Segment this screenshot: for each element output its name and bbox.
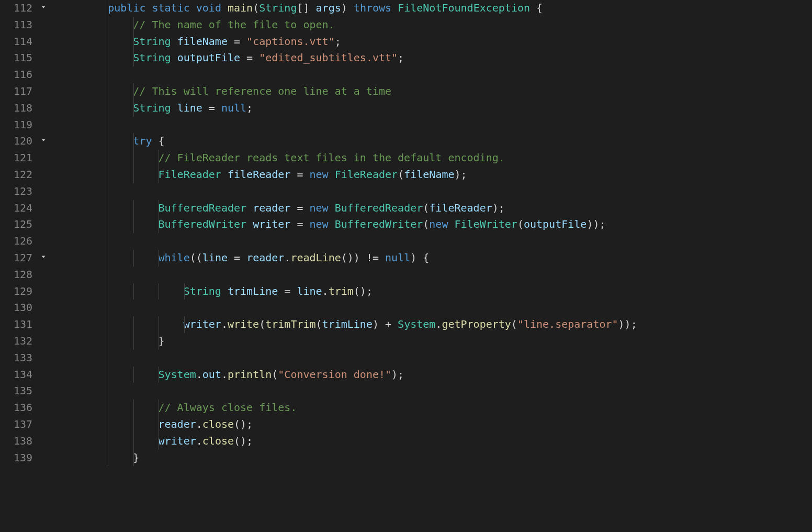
code-line-content: BufferedReader reader = new BufferedRead… — [83, 202, 505, 214]
code-line[interactable]: // FileReader reads text files in the de… — [58, 150, 812, 167]
code-line[interactable]: } — [58, 450, 812, 467]
token-kw: new — [310, 202, 329, 214]
token-pun: ( — [272, 368, 278, 381]
code-line[interactable]: writer.write(trimTrim(trimLine) + System… — [58, 316, 812, 333]
code-line[interactable]: public static void main(String[] args) t… — [58, 0, 812, 17]
code-line[interactable]: } — [58, 333, 812, 350]
token-pun: ( — [398, 168, 404, 181]
code-line-content: // This will reference one line at a tim… — [83, 85, 391, 97]
indent-guide — [133, 283, 134, 300]
indent-guide — [159, 200, 159, 217]
indent-guide — [133, 34, 134, 50]
indent-guide — [108, 66, 108, 83]
token-pun: ( — [316, 318, 322, 330]
line-number: 116 — [0, 66, 36, 83]
indent-guide — [159, 250, 159, 267]
code-content[interactable]: public static void main(String[] args) t… — [58, 0, 812, 532]
token-fn: main — [228, 2, 253, 14]
line-number: 139 — [0, 450, 36, 467]
code-line[interactable]: String line = null; — [58, 100, 812, 117]
line-number: 136 — [0, 400, 36, 416]
code-line-content: } — [83, 451, 139, 464]
token-pun: . — [284, 251, 290, 264]
code-line[interactable] — [58, 267, 812, 283]
indent-guide — [133, 216, 134, 233]
line-number: 133 — [0, 350, 36, 367]
gutter-row: 132 — [0, 333, 58, 350]
token-kw: throws — [354, 2, 391, 14]
line-number: 138 — [0, 433, 36, 450]
code-line[interactable] — [58, 66, 812, 83]
line-number-gutter: 1121131141151161171181191201211221231241… — [0, 0, 58, 532]
token-pun: )); — [618, 318, 637, 330]
code-line-content: String outputFile = "edited_subtitles.vt… — [83, 51, 404, 64]
code-line[interactable] — [58, 300, 812, 316]
token-pun: ( — [259, 318, 265, 330]
token-pun: (); — [234, 418, 253, 430]
token-type: BufferedWriter — [159, 218, 247, 230]
code-line[interactable]: BufferedReader reader = new BufferedRead… — [58, 200, 812, 217]
token-id: line — [177, 102, 202, 114]
token-fn: getProperty — [442, 318, 511, 330]
code-line[interactable]: String outputFile = "edited_subtitles.vt… — [58, 50, 812, 66]
code-line[interactable]: System.out.println("Conversion done!"); — [58, 367, 812, 383]
token-type: FileReader — [335, 168, 398, 181]
code-line[interactable]: reader.close(); — [58, 416, 812, 433]
indent-guide — [108, 350, 108, 367]
token-pun: ; — [398, 51, 404, 64]
code-line[interactable] — [58, 233, 812, 250]
code-line-content: FileReader fileReader = new FileReader(f… — [83, 168, 467, 181]
line-number: 119 — [0, 117, 36, 134]
token-type: System — [159, 368, 196, 381]
indent-guide — [108, 167, 108, 183]
gutter-row: 136 — [0, 400, 58, 416]
token-pun: ) + — [373, 318, 398, 330]
indent-guide — [108, 333, 108, 350]
line-number: 132 — [0, 333, 36, 350]
code-line[interactable] — [58, 383, 812, 400]
code-line-content: String trimLine = line.trim(); — [83, 285, 373, 297]
token-pun: ( — [253, 2, 259, 14]
chevron-down-icon[interactable] — [36, 133, 51, 150]
token-pun: ()) — [341, 251, 366, 264]
line-number: 125 — [0, 216, 36, 233]
code-line[interactable]: writer.close(); — [58, 433, 812, 450]
code-line-content: try { — [83, 135, 165, 147]
code-line[interactable]: // This will reference one line at a tim… — [58, 83, 812, 100]
indent-guide — [133, 133, 134, 150]
code-line[interactable] — [58, 350, 812, 367]
token-type: FileWriter — [454, 218, 517, 230]
code-line[interactable] — [58, 117, 812, 134]
indent-guide — [159, 333, 159, 350]
gutter-row: 115 — [0, 50, 58, 66]
code-line[interactable]: FileReader fileReader = new FileReader(f… — [58, 167, 812, 183]
code-line[interactable]: BufferedWriter writer = new BufferedWrit… — [58, 216, 812, 233]
chevron-down-icon[interactable] — [36, 0, 51, 17]
line-number: 118 — [0, 100, 36, 117]
code-line[interactable]: String trimLine = line.trim(); — [58, 283, 812, 300]
token-pun: (); — [234, 435, 253, 447]
indent-guide — [133, 333, 134, 350]
code-line[interactable]: while((line = reader.readLine()) != null… — [58, 250, 812, 267]
chevron-down-icon[interactable] — [36, 250, 51, 267]
token-pun: ); — [455, 168, 467, 181]
token-pun: . — [196, 418, 202, 430]
line-number: 120 — [0, 133, 36, 150]
code-line[interactable]: // The name of the file to open. — [58, 17, 812, 34]
code-editor[interactable]: 1121131141151161171181191201211221231241… — [0, 0, 812, 532]
code-line[interactable]: String fileName = "captions.vtt"; — [58, 34, 812, 50]
code-line[interactable]: // Always close files. — [58, 400, 812, 416]
gutter-row: 128 — [0, 267, 58, 283]
indent-guide — [133, 50, 134, 66]
token-id: reader — [159, 418, 196, 430]
line-number: 134 — [0, 367, 36, 383]
token-pun: = — [297, 218, 303, 230]
token-pun: = — [209, 102, 215, 114]
code-line[interactable]: try { — [58, 133, 812, 150]
gutter-row: 125 — [0, 216, 58, 233]
token-pun: ( — [423, 202, 429, 214]
indent-guide — [108, 50, 108, 66]
token-fn: trimTrim — [265, 318, 315, 330]
code-line[interactable] — [58, 183, 812, 200]
token-type: String — [133, 102, 171, 114]
